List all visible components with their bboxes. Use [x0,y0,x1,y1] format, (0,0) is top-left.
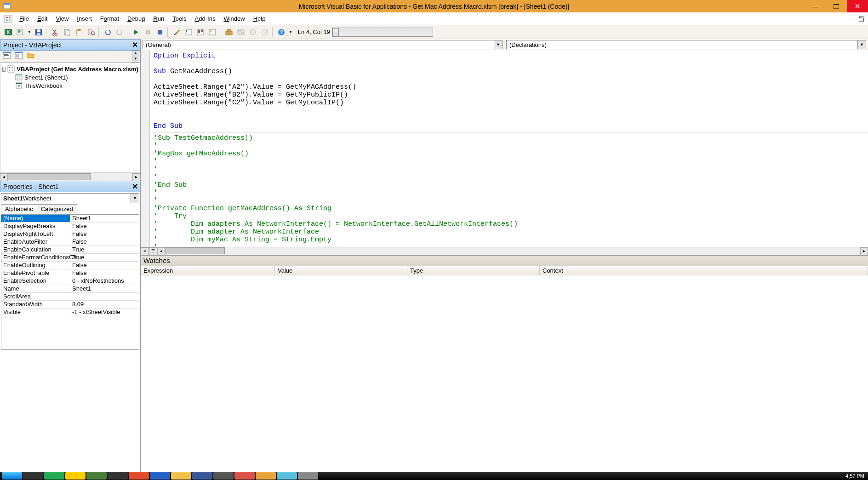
taskbar-item[interactable] [298,472,318,480]
taskbar-item[interactable] [234,472,255,480]
properties-grid[interactable]: (Name)Sheet1DisplayPageBreaksFalseDispla… [1,214,139,350]
insert-dropdown-icon[interactable]: ▼ [27,30,32,34]
property-row[interactable]: DisplayPageBreaksFalse [1,223,139,230]
menu-run[interactable]: Run [149,14,168,23]
dropdown-icon[interactable]: ▼ [131,194,139,203]
start-button[interactable] [2,472,22,480]
mdi-restore-icon[interactable] [859,16,864,22]
watches-col-type[interactable]: Type [407,266,540,275]
property-value[interactable]: 8.09 [70,301,139,308]
code-hscrollbar[interactable]: ◄ ► [157,247,868,255]
taskbar-item[interactable] [108,472,128,480]
properties-object-selector[interactable]: Sheet1 Worksheet ▼ [1,193,139,203]
taskbar-item[interactable] [192,472,212,480]
taskbar-item[interactable] [150,472,170,480]
menu-addins[interactable]: Add-Ins [191,14,219,23]
reset-button[interactable] [154,27,166,38]
property-value[interactable]: True [70,254,139,261]
save-button[interactable] [33,27,44,38]
taskbar-item[interactable] [23,472,43,480]
insert-module-button[interactable] [15,27,26,38]
tab-categorized[interactable]: Categorized [37,204,77,214]
tree-item-sheet1[interactable]: Sheet1 (Sheet1) [2,73,138,81]
menu-tools[interactable]: Tools [169,14,190,23]
find-button[interactable] [86,27,97,38]
menu-format[interactable]: Format [97,14,123,23]
property-row[interactable]: EnableFormatConditionsCaTrue [1,254,139,262]
property-row[interactable]: Visible-1 - xlSheetVisible [1,309,139,316]
property-row[interactable]: (Name)Sheet1 [1,215,139,223]
full-module-view-button[interactable]: ☰ [149,247,157,255]
references-button[interactable] [247,27,258,38]
project-panel-close-icon[interactable]: ✕ [132,40,138,49]
property-value[interactable]: -1 - xlSheetVisible [70,309,139,316]
property-value[interactable] [70,293,139,300]
properties-panel-close-icon[interactable]: ✕ [132,182,138,191]
property-row[interactable]: EnableCalculationTrue [1,246,139,254]
break-button[interactable] [143,27,154,38]
property-value[interactable]: False [70,262,139,269]
watches-col-context[interactable]: Context [540,266,868,275]
design-mode-button[interactable] [171,27,182,38]
collapse-icon[interactable]: − [2,67,6,72]
taskbar-item[interactable] [171,472,191,480]
taskbar-item[interactable] [213,472,234,480]
tab-order-button[interactable] [235,27,246,38]
zoom-slider[interactable] [332,28,433,37]
taskbar[interactable]: 4:57 PM [0,472,868,480]
property-row[interactable]: EnableAutoFilterFalse [1,238,139,246]
menu-window[interactable]: Window [220,14,248,23]
code-text[interactable]: Option Explicit Sub GetMacAddress() Acti… [150,50,868,247]
procedure-view-button[interactable]: ≡ [141,247,149,255]
property-row[interactable]: EnablePivotTableFalse [1,269,139,277]
toggle-folders-button[interactable] [27,51,37,62]
property-value[interactable]: Sheet1 [70,285,139,292]
undo-button[interactable] [102,27,113,38]
tree-item-thisworkbook[interactable]: X ThisWorkbook [2,81,138,90]
menu-insert[interactable]: Insert [73,14,96,23]
watches-col-value[interactable]: Value [275,266,407,275]
view-code-button[interactable] [3,51,13,62]
dropdown-icon[interactable]: ▼ [857,40,866,49]
toolbox-button[interactable] [223,27,234,38]
object-browser-button[interactable] [207,27,218,38]
watches-body[interactable] [141,275,868,472]
macros-button[interactable] [259,27,270,38]
paste-button[interactable] [74,27,85,38]
taskbar-item[interactable] [65,472,86,480]
property-row[interactable]: DisplayRightToLeftFalse [1,230,139,238]
property-value[interactable]: 0 - xlNoRestrictions [70,277,139,285]
mdi-minimize-icon[interactable]: — [847,15,853,22]
project-tree[interactable]: − VBAProject (Get Mac Address Macro.xlsm… [0,63,140,173]
run-button[interactable] [131,27,142,38]
dropdown-icon[interactable]: ▼ [494,40,502,49]
property-row[interactable]: EnableSelection0 - xlNoRestrictions [1,277,139,285]
view-object-button[interactable] [15,51,25,62]
taskbar-item[interactable] [44,472,64,480]
project-hscrollbar[interactable]: ◄► [0,173,140,181]
property-value[interactable]: Sheet1 [70,215,139,222]
property-value[interactable]: False [70,223,139,230]
minimize-button[interactable]: — [805,0,826,12]
maximize-button[interactable] [826,0,847,12]
object-dropdown[interactable]: (General) ▼ [143,40,503,49]
properties-button[interactable] [195,27,206,38]
taskbar-item[interactable] [86,472,107,480]
help-dropdown-icon[interactable]: ▼ [288,30,293,34]
watches-col-expression[interactable]: Expression [141,266,275,275]
property-row[interactable]: EnableOutliningFalse [1,262,139,269]
menu-debug[interactable]: Debug [124,14,148,23]
view-excel-button[interactable]: X [3,27,14,38]
tab-alphabetic[interactable]: Alphabetic [1,204,37,214]
project-scroll-control[interactable]: ▲▼ [132,51,139,63]
cut-button[interactable] [50,27,61,38]
code-editor[interactable]: Option Explicit Sub GetMacAddress() Acti… [141,50,868,247]
taskbar-item[interactable] [129,472,149,480]
close-button[interactable]: × [847,0,868,12]
property-value[interactable]: True [70,246,139,253]
taskbar-clock[interactable]: 4:57 PM [845,473,866,479]
menu-edit[interactable]: Edit [34,14,51,23]
help-button[interactable]: ? [276,27,287,38]
procedure-dropdown[interactable]: (Declarations) ▼ [506,40,866,49]
property-value[interactable]: False [70,238,139,246]
